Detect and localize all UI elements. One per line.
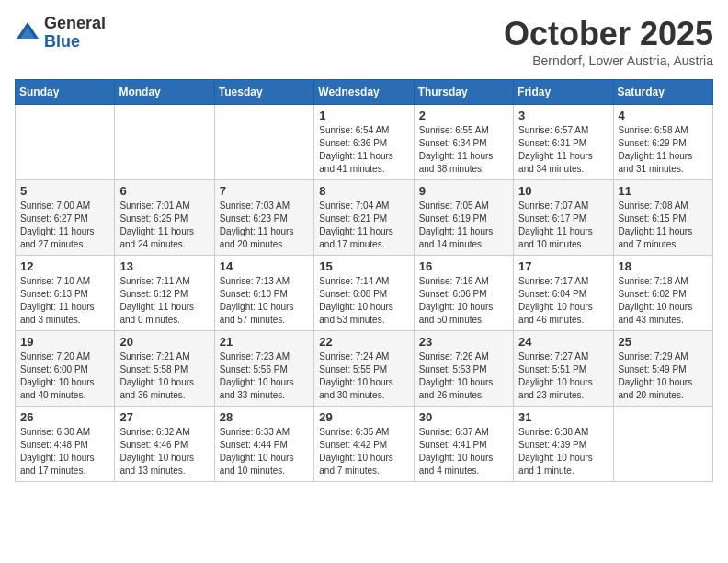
day-info: Sunrise: 6:30 AM Sunset: 4:48 PM Dayligh… (20, 426, 109, 477)
day-number: 29 (319, 410, 408, 424)
day-info: Sunrise: 6:33 AM Sunset: 4:44 PM Dayligh… (220, 426, 309, 477)
day-number: 23 (419, 335, 508, 349)
calendar-cell (115, 105, 214, 180)
day-info: Sunrise: 7:13 AM Sunset: 6:10 PM Dayligh… (220, 275, 309, 327)
calendar-cell (613, 407, 712, 482)
logo-general: General (44, 15, 106, 33)
calendar-cell: 15Sunrise: 7:14 AM Sunset: 6:08 PM Dayli… (314, 256, 414, 331)
day-info: Sunrise: 7:26 AM Sunset: 5:53 PM Dayligh… (419, 350, 508, 402)
weekday-header-sunday: Sunday (16, 80, 115, 105)
day-number: 20 (119, 335, 209, 349)
calendar-cell: 21Sunrise: 7:23 AM Sunset: 5:56 PM Dayli… (214, 331, 313, 407)
day-number: 7 (220, 184, 309, 198)
calendar-cell: 12Sunrise: 7:10 AM Sunset: 6:13 PM Dayli… (16, 256, 115, 331)
day-info: Sunrise: 7:05 AM Sunset: 6:19 PM Dayligh… (419, 200, 508, 251)
calendar-cell: 29Sunrise: 6:35 AM Sunset: 4:42 PM Dayli… (314, 407, 414, 482)
day-number: 22 (319, 335, 408, 349)
month-title: October 2025 (504, 15, 713, 53)
weekday-header-wednesday: Wednesday (314, 80, 414, 105)
day-info: Sunrise: 7:23 AM Sunset: 5:56 PM Dayligh… (220, 350, 309, 402)
calendar-cell: 16Sunrise: 7:16 AM Sunset: 6:06 PM Dayli… (414, 256, 513, 331)
day-info: Sunrise: 7:27 AM Sunset: 5:51 PM Dayligh… (518, 350, 608, 402)
page-header: General Blue October 2025 Berndorf, Lowe… (15, 15, 713, 68)
day-info: Sunrise: 7:04 AM Sunset: 6:21 PM Dayligh… (319, 200, 408, 251)
calendar-cell: 3Sunrise: 6:57 AM Sunset: 6:31 PM Daylig… (514, 105, 613, 180)
day-info: Sunrise: 7:10 AM Sunset: 6:13 PM Dayligh… (20, 275, 109, 327)
day-number: 24 (518, 335, 608, 349)
calendar-cell: 28Sunrise: 6:33 AM Sunset: 4:44 PM Dayli… (214, 407, 313, 482)
calendar-cell: 6Sunrise: 7:01 AM Sunset: 6:25 PM Daylig… (115, 180, 214, 256)
day-info: Sunrise: 6:55 AM Sunset: 6:34 PM Dayligh… (419, 124, 508, 176)
calendar-cell: 19Sunrise: 7:20 AM Sunset: 6:00 PM Dayli… (16, 331, 115, 407)
calendar-cell: 24Sunrise: 7:27 AM Sunset: 5:51 PM Dayli… (514, 331, 613, 407)
day-info: Sunrise: 7:20 AM Sunset: 6:00 PM Dayligh… (20, 350, 109, 402)
weekday-header-thursday: Thursday (414, 80, 513, 105)
calendar-cell: 14Sunrise: 7:13 AM Sunset: 6:10 PM Dayli… (214, 256, 313, 331)
day-number: 6 (119, 184, 209, 198)
day-number: 8 (319, 184, 408, 198)
logo-blue: Blue (44, 33, 106, 52)
day-info: Sunrise: 6:57 AM Sunset: 6:31 PM Dayligh… (518, 124, 608, 176)
calendar-cell: 10Sunrise: 7:07 AM Sunset: 6:17 PM Dayli… (514, 180, 613, 256)
week-row-2: 5Sunrise: 7:00 AM Sunset: 6:27 PM Daylig… (16, 180, 713, 256)
calendar-cell: 20Sunrise: 7:21 AM Sunset: 5:58 PM Dayli… (115, 331, 214, 407)
day-info: Sunrise: 7:14 AM Sunset: 6:08 PM Dayligh… (319, 275, 408, 327)
day-number: 25 (619, 335, 708, 349)
calendar-cell: 1Sunrise: 6:54 AM Sunset: 6:36 PM Daylig… (314, 105, 414, 180)
calendar-cell: 13Sunrise: 7:11 AM Sunset: 6:12 PM Dayli… (115, 256, 214, 331)
day-number: 11 (619, 184, 708, 198)
weekday-header-friday: Friday (514, 80, 613, 105)
calendar-cell: 2Sunrise: 6:55 AM Sunset: 6:34 PM Daylig… (414, 105, 513, 180)
logo-icon (15, 20, 40, 46)
day-info: Sunrise: 6:32 AM Sunset: 4:46 PM Dayligh… (119, 426, 209, 477)
calendar-cell: 22Sunrise: 7:24 AM Sunset: 5:55 PM Dayli… (314, 331, 414, 407)
weekday-header-row: SundayMondayTuesdayWednesdayThursdayFrid… (16, 80, 713, 105)
day-info: Sunrise: 7:08 AM Sunset: 6:15 PM Dayligh… (619, 200, 708, 251)
day-info: Sunrise: 7:11 AM Sunset: 6:12 PM Dayligh… (119, 275, 209, 327)
calendar-cell (16, 105, 115, 180)
day-number: 26 (20, 410, 109, 424)
weekday-header-saturday: Saturday (613, 80, 712, 105)
day-number: 14 (220, 259, 309, 273)
calendar-cell: 30Sunrise: 6:37 AM Sunset: 4:41 PM Dayli… (414, 407, 513, 482)
day-number: 17 (518, 259, 608, 273)
logo: General Blue (15, 15, 106, 52)
day-info: Sunrise: 6:37 AM Sunset: 4:41 PM Dayligh… (419, 426, 508, 477)
day-info: Sunrise: 6:38 AM Sunset: 4:39 PM Dayligh… (518, 426, 608, 477)
day-number: 2 (419, 109, 508, 122)
day-info: Sunrise: 7:03 AM Sunset: 6:23 PM Dayligh… (220, 200, 309, 251)
weekday-header-monday: Monday (115, 80, 214, 105)
day-info: Sunrise: 7:07 AM Sunset: 6:17 PM Dayligh… (518, 200, 608, 251)
day-info: Sunrise: 7:29 AM Sunset: 5:49 PM Dayligh… (619, 350, 708, 402)
calendar-table: SundayMondayTuesdayWednesdayThursdayFrid… (15, 79, 713, 482)
day-number: 3 (518, 109, 608, 122)
calendar-cell: 17Sunrise: 7:17 AM Sunset: 6:04 PM Dayli… (514, 256, 613, 331)
day-info: Sunrise: 6:35 AM Sunset: 4:42 PM Dayligh… (319, 426, 408, 477)
calendar-cell: 18Sunrise: 7:18 AM Sunset: 6:02 PM Dayli… (613, 256, 712, 331)
calendar-cell: 7Sunrise: 7:03 AM Sunset: 6:23 PM Daylig… (214, 180, 313, 256)
day-number: 13 (119, 259, 209, 273)
day-info: Sunrise: 7:24 AM Sunset: 5:55 PM Dayligh… (319, 350, 408, 402)
calendar-cell: 11Sunrise: 7:08 AM Sunset: 6:15 PM Dayli… (613, 180, 712, 256)
day-number: 16 (419, 259, 508, 273)
day-number: 5 (20, 184, 109, 198)
day-number: 10 (518, 184, 608, 198)
day-number: 12 (20, 259, 109, 273)
calendar-cell: 4Sunrise: 6:58 AM Sunset: 6:29 PM Daylig… (613, 105, 712, 180)
day-info: Sunrise: 6:58 AM Sunset: 6:29 PM Dayligh… (619, 124, 708, 176)
week-row-4: 19Sunrise: 7:20 AM Sunset: 6:00 PM Dayli… (16, 331, 713, 407)
day-info: Sunrise: 7:18 AM Sunset: 6:02 PM Dayligh… (619, 275, 708, 327)
day-info: Sunrise: 6:54 AM Sunset: 6:36 PM Dayligh… (319, 124, 408, 176)
day-info: Sunrise: 7:00 AM Sunset: 6:27 PM Dayligh… (20, 200, 109, 251)
day-number: 19 (20, 335, 109, 349)
title-area: October 2025 Berndorf, Lower Austria, Au… (504, 15, 713, 68)
day-number: 27 (119, 410, 209, 424)
weekday-header-tuesday: Tuesday (214, 80, 313, 105)
calendar-cell: 27Sunrise: 6:32 AM Sunset: 4:46 PM Dayli… (115, 407, 214, 482)
calendar-cell: 8Sunrise: 7:04 AM Sunset: 6:21 PM Daylig… (314, 180, 414, 256)
day-number: 21 (220, 335, 309, 349)
week-row-5: 26Sunrise: 6:30 AM Sunset: 4:48 PM Dayli… (16, 407, 713, 482)
calendar-cell: 5Sunrise: 7:00 AM Sunset: 6:27 PM Daylig… (16, 180, 115, 256)
location: Berndorf, Lower Austria, Austria (504, 53, 713, 68)
day-info: Sunrise: 7:01 AM Sunset: 6:25 PM Dayligh… (119, 200, 209, 251)
